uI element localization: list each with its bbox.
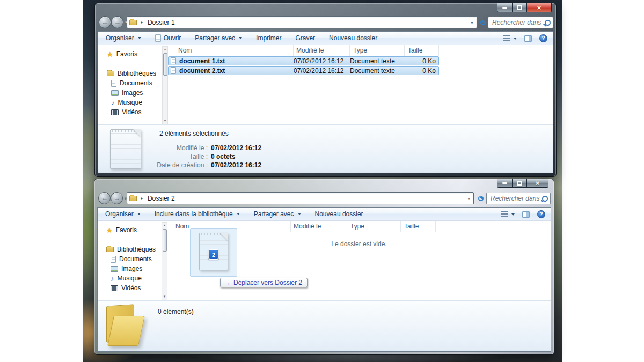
videos-label: Vidéos bbox=[121, 284, 141, 292]
sidebar-item-videos[interactable]: Vidéos bbox=[98, 283, 162, 293]
folder-icon bbox=[129, 196, 137, 201]
search-box bbox=[488, 17, 553, 28]
sidebar-item-musique[interactable]: ♪ Musique bbox=[98, 274, 162, 283]
close-button[interactable]: × bbox=[527, 3, 552, 12]
documents-icon bbox=[111, 80, 116, 87]
breadcrumb-folder[interactable]: Dossier 1 bbox=[148, 19, 175, 26]
scroll-up-icon[interactable]: ▲ bbox=[163, 47, 167, 53]
column-header-modifie[interactable]: Modifié le bbox=[291, 221, 347, 232]
minimize-icon bbox=[502, 7, 507, 9]
breadcrumb-folder[interactable]: Dossier 2 bbox=[148, 195, 175, 202]
window-controls: × bbox=[497, 179, 548, 188]
forward-button[interactable]: → bbox=[111, 192, 123, 204]
explorer-window-dossier1: × ← → ▼ ► Dossier 1 ▼ Organiser bbox=[94, 3, 557, 177]
file-type: Document texte bbox=[350, 57, 405, 65]
minimize-button[interactable] bbox=[497, 179, 513, 188]
favoris-label: Favoris bbox=[116, 50, 137, 58]
partager-label: Partager avec bbox=[254, 210, 294, 218]
sidebar-item-images[interactable]: Images bbox=[98, 88, 162, 98]
main-area: ★ Favoris Bibliothèques Documents Im bbox=[98, 45, 553, 125]
file-size: 0 Ko bbox=[405, 67, 436, 75]
musique-label: Musique bbox=[118, 99, 142, 106]
images-label: Images bbox=[121, 265, 142, 272]
minimize-button[interactable] bbox=[497, 3, 513, 12]
back-button[interactable]: ← bbox=[99, 16, 111, 28]
star-icon: ★ bbox=[107, 51, 113, 58]
details-pane: 0 élément(s) bbox=[98, 300, 551, 351]
ouvrir-button[interactable]: Ouvrir bbox=[155, 34, 181, 42]
help-icon[interactable]: ? bbox=[537, 210, 545, 218]
file-rows: document 1.txt 07/02/2012 16:12 Document… bbox=[168, 56, 439, 76]
address-bar[interactable]: ► Dossier 1 ▼ bbox=[127, 16, 477, 28]
sidebar-item-favoris[interactable]: ★ Favoris bbox=[98, 49, 162, 59]
help-icon[interactable]: ? bbox=[539, 34, 547, 42]
screen: × ← → ▼ ► Dossier 1 ▼ Organiser bbox=[0, 0, 644, 362]
library-folder-icon bbox=[107, 71, 114, 76]
sidebar-item-bibliotheques[interactable]: Bibliothèques bbox=[98, 245, 162, 254]
column-header-type[interactable]: Type bbox=[347, 221, 401, 232]
file-list: Nom Modifié le Type Taille document 1.tx… bbox=[168, 45, 553, 125]
graver-button[interactable]: Graver bbox=[295, 34, 315, 42]
drag-ghost[interactable]: 2 bbox=[190, 228, 237, 277]
close-icon: × bbox=[537, 4, 541, 11]
column-header-taille[interactable]: Taille bbox=[405, 45, 439, 56]
address-dropdown-icon[interactable]: ▼ bbox=[467, 197, 471, 201]
file-row-selected[interactable]: document 1.txt 07/02/2012 16:12 Document… bbox=[168, 56, 439, 65]
column-header-modifie[interactable]: Modifié le bbox=[294, 45, 350, 56]
maximize-button[interactable] bbox=[513, 179, 527, 188]
organiser-button[interactable]: Organiser bbox=[105, 210, 141, 218]
column-header-nom[interactable]: Nom bbox=[168, 45, 294, 56]
imprimer-button[interactable]: Imprimer bbox=[256, 34, 281, 42]
star-icon: ★ bbox=[106, 227, 113, 234]
scroll-down-icon[interactable]: ▼ bbox=[162, 294, 167, 300]
explorer-window-dossier2: × ← → ▼ ► Dossier 2 ▼ Organiser bbox=[94, 179, 554, 355]
sidebar-item-musique[interactable]: ♪ Musique bbox=[98, 98, 162, 107]
sidebar-spacer bbox=[98, 59, 162, 69]
forward-button[interactable]: → bbox=[111, 16, 123, 28]
sidebar-scrollbar[interactable]: ▲ ▼ bbox=[162, 222, 167, 300]
file-name: document 2.txt bbox=[179, 67, 225, 75]
column-header-type[interactable]: Type bbox=[350, 45, 405, 56]
address-bar[interactable]: ► Dossier 2 ▼ bbox=[127, 192, 474, 204]
favoris-label: Favoris bbox=[116, 226, 137, 234]
search-input[interactable] bbox=[491, 195, 541, 202]
sidebar-item-images[interactable]: Images bbox=[98, 264, 162, 274]
refresh-button[interactable] bbox=[476, 193, 486, 203]
close-button[interactable]: × bbox=[527, 179, 548, 188]
views-button[interactable] bbox=[503, 35, 517, 41]
search-input[interactable] bbox=[492, 19, 544, 26]
scroll-down-icon[interactable]: ▼ bbox=[163, 118, 167, 124]
address-dropdown-icon[interactable]: ▼ bbox=[470, 21, 474, 25]
sidebar-item-favoris[interactable]: ★ Favoris bbox=[98, 225, 162, 235]
partager-avec-button[interactable]: Partager avec bbox=[195, 34, 242, 42]
partager-avec-button[interactable]: Partager avec bbox=[254, 210, 301, 218]
column-header-taille[interactable]: Taille bbox=[401, 221, 436, 232]
images-icon bbox=[111, 266, 118, 272]
sidebar-scrollbar[interactable]: ▲ ▼ bbox=[162, 46, 168, 124]
organiser-button[interactable]: Organiser bbox=[106, 34, 141, 42]
nouveau-dossier-button[interactable]: Nouveau dossier bbox=[329, 34, 377, 42]
preview-pane-icon[interactable] bbox=[522, 211, 530, 218]
close-icon: × bbox=[536, 180, 540, 187]
sidebar-item-videos[interactable]: Vidéos bbox=[98, 107, 162, 117]
sidebar-item-bibliotheques[interactable]: Bibliothèques bbox=[98, 69, 162, 78]
file-row-selected[interactable]: document 2.txt 07/02/2012 16:12 Document… bbox=[168, 66, 439, 75]
back-button[interactable]: ← bbox=[98, 192, 111, 204]
detail-label: Taille : bbox=[98, 153, 208, 160]
scroll-up-icon[interactable]: ▲ bbox=[162, 223, 167, 228]
preview-pane-icon[interactable] bbox=[524, 35, 532, 42]
inclure-bibliotheque-button[interactable]: Inclure dans la bibliothèque bbox=[155, 210, 240, 218]
file-type: Document texte bbox=[350, 67, 405, 75]
sidebar-item-documents[interactable]: Documents bbox=[98, 254, 162, 264]
refresh-button[interactable] bbox=[478, 17, 488, 27]
scrollbar-thumb[interactable] bbox=[163, 53, 167, 76]
item-count: 0 élément(s) bbox=[158, 308, 194, 315]
chevron-down-icon bbox=[237, 213, 240, 215]
nouveau-dossier-button[interactable]: Nouveau dossier bbox=[315, 210, 363, 218]
scrollbar-thumb[interactable] bbox=[163, 229, 167, 252]
sidebar-item-documents[interactable]: Documents bbox=[98, 78, 162, 88]
maximize-icon bbox=[517, 5, 522, 10]
views-button[interactable] bbox=[501, 211, 515, 217]
search-icon bbox=[544, 19, 551, 26]
maximize-button[interactable] bbox=[513, 3, 527, 12]
